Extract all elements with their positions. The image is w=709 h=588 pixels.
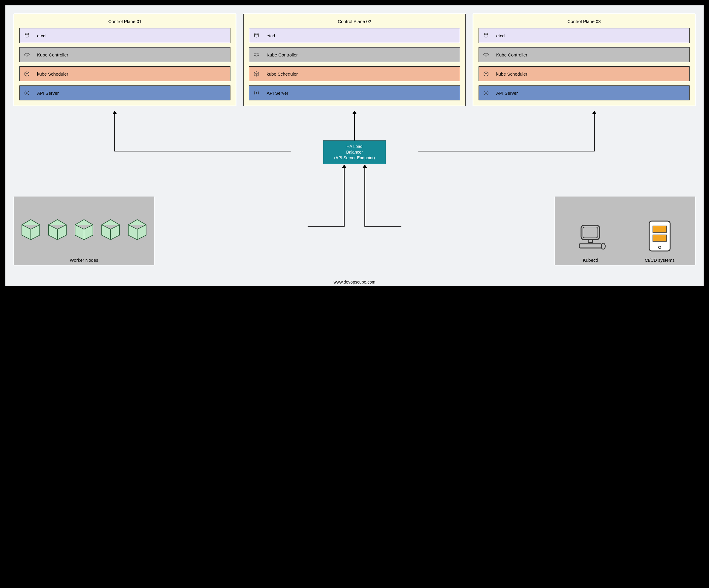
api-server-component: API Server (20, 85, 231, 100)
svg-rect-7 (583, 227, 598, 238)
cicd-label: CI/CD systems (645, 258, 675, 263)
component-label: Kube Controller (494, 52, 686, 57)
api-server-component: API Server (478, 85, 689, 100)
database-icon (23, 31, 31, 40)
svg-rect-12 (653, 226, 666, 233)
ha-load-balancer: HA Load Balancer (API Server Endpoint) (323, 140, 386, 164)
kubectl-client: Kubectl (562, 201, 619, 263)
component-label: etcd (35, 33, 227, 38)
kube-scheduler-component: kube Scheduler (478, 66, 689, 81)
api-icon (482, 89, 490, 97)
etcd-component: etcd (20, 28, 231, 43)
svg-rect-13 (653, 235, 666, 241)
footer-attribution: www.devopscube.com (5, 280, 704, 285)
component-label: kube Scheduler (35, 72, 227, 77)
worker-node-icon (73, 217, 95, 241)
etcd-component: etcd (249, 28, 460, 43)
clients-group: Kubectl CI/CD systems (555, 196, 695, 265)
component-label: Kube Controller (35, 52, 227, 57)
api-server-component: API Server (249, 85, 460, 100)
svg-point-1 (25, 53, 30, 56)
worker-node-icon (20, 217, 42, 241)
controller-icon (252, 51, 261, 59)
worker-nodes-label: Worker Nodes (20, 255, 149, 263)
cicd-client: CI/CD systems (631, 201, 688, 263)
kube-controller-component: Kube Controller (20, 47, 231, 62)
lb-line: (API Server Endpoint) (326, 155, 383, 161)
component-label: API Server (265, 90, 457, 96)
control-plane-1: Control Plane 01 etcd Kube Controller ku… (14, 14, 236, 106)
cube-icon (23, 70, 31, 78)
cube-icon (252, 70, 261, 78)
component-label: Kube Controller (265, 52, 457, 57)
kube-scheduler-component: kube Scheduler (20, 66, 231, 81)
control-plane-title: Control Plane 02 (249, 19, 460, 24)
svg-point-2 (255, 33, 259, 35)
worker-node-icon (126, 217, 149, 241)
component-label: API Server (494, 90, 686, 96)
svg-rect-8 (588, 240, 593, 243)
component-label: API Server (35, 90, 227, 96)
control-plane-2: Control Plane 02 etcd Kube Controller ku… (243, 14, 466, 106)
worker-nodes-group: Worker Nodes (14, 196, 154, 265)
kube-scheduler-component: kube Scheduler (249, 66, 460, 81)
worker-cubes-row (20, 202, 149, 255)
control-plane-title: Control Plane 03 (478, 19, 689, 24)
api-icon (23, 89, 31, 97)
lb-line: HA Load (326, 144, 383, 150)
svg-point-4 (484, 33, 488, 35)
cube-icon (482, 70, 490, 78)
component-label: etcd (494, 33, 686, 38)
lb-line: Balancer (326, 150, 383, 155)
svg-point-0 (25, 33, 29, 35)
api-icon (252, 89, 261, 97)
kubectl-label: Kubectl (583, 258, 598, 263)
worker-node-icon (99, 217, 122, 241)
database-icon (252, 31, 261, 40)
database-icon (482, 31, 490, 40)
svg-point-5 (483, 53, 489, 56)
etcd-component: etcd (478, 28, 689, 43)
controller-icon (23, 51, 31, 59)
svg-point-3 (254, 53, 259, 56)
control-plane-3: Control Plane 03 etcd Kube Controller ku… (473, 14, 695, 106)
kube-controller-component: Kube Controller (478, 47, 689, 62)
diagram-frame: Control Plane 01 etcd Kube Controller ku… (5, 5, 704, 286)
kube-controller-component: Kube Controller (249, 47, 460, 62)
worker-node-icon (46, 217, 69, 241)
component-label: etcd (265, 33, 457, 38)
component-label: kube Scheduler (265, 72, 457, 77)
svg-rect-9 (579, 244, 601, 248)
controller-icon (482, 51, 490, 59)
control-planes-row: Control Plane 01 etcd Kube Controller ku… (14, 14, 695, 106)
computer-icon (574, 222, 607, 255)
control-plane-title: Control Plane 01 (20, 19, 231, 24)
tablet-icon (646, 219, 673, 255)
component-label: kube Scheduler (494, 72, 686, 77)
